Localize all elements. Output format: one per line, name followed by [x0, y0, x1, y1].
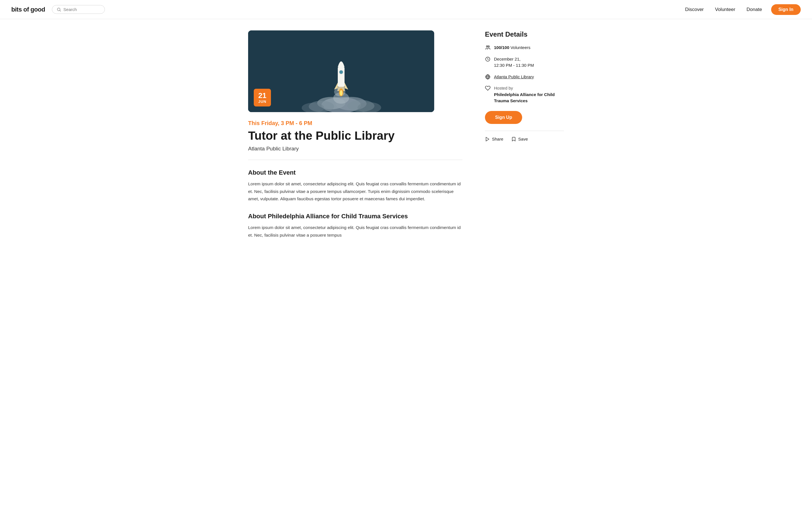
search-bar[interactable] — [52, 5, 105, 14]
event-content: 21 JUN This Friday, 3 PM - 6 PM Tutor at… — [248, 31, 462, 249]
sidebar-actions: Share Save — [485, 136, 564, 142]
venue-row: Atlanta Public Library — [485, 74, 564, 80]
org-name: Philedelphia Alliance for Child Trauma S… — [494, 92, 555, 103]
svg-point-0 — [57, 8, 60, 11]
hero-image: 21 JUN — [248, 31, 434, 112]
volunteers-icon — [485, 45, 491, 50]
venue-text[interactable]: Atlanta Public Library — [494, 74, 534, 80]
about-org-heading: About Philedelphia Alliance for Child Tr… — [248, 213, 462, 220]
search-input[interactable] — [63, 7, 100, 12]
volunteers-row: 100/100 Volunteers — [485, 45, 564, 51]
rocket-illustration — [248, 31, 434, 112]
host-text: Hosted by Philedelphia Alliance for Chil… — [494, 85, 564, 104]
volunteers-label: Volunteers — [510, 45, 530, 50]
date-badge: 21 JUN — [254, 89, 271, 107]
sidebar-title: Event Details — [485, 31, 564, 38]
hero-bg — [248, 31, 434, 112]
search-icon — [57, 7, 61, 12]
share-button[interactable]: Share — [485, 136, 503, 142]
save-button[interactable]: Save — [511, 136, 528, 142]
datetime-row: December 21, 12:30 PM - 11:30 PM — [485, 56, 564, 69]
event-time-range: 12:30 PM - 11:30 PM — [494, 63, 534, 68]
navbar: bits of good Discover Volunteer Donate S… — [0, 0, 812, 19]
main-content: 21 JUN This Friday, 3 PM - 6 PM Tutor at… — [237, 19, 575, 266]
share-label: Share — [492, 136, 503, 142]
hosted-by-label: Hosted by — [494, 86, 513, 91]
signup-button[interactable]: Sign Up — [485, 111, 522, 124]
host-row: Hosted by Philedelphia Alliance for Chil… — [485, 85, 564, 104]
heart-icon — [485, 86, 491, 91]
bookmark-icon — [511, 136, 516, 142]
date-month: JUN — [258, 100, 266, 104]
about-event-heading: About the Event — [248, 169, 462, 176]
about-event-text: Lorem ipsum dolor sit amet, consectetur … — [248, 180, 462, 203]
clock-icon — [485, 56, 491, 62]
nav-link-discover[interactable]: Discover — [685, 7, 704, 12]
datetime-text: December 21, 12:30 PM - 11:30 PM — [494, 56, 534, 69]
site-logo[interactable]: bits of good — [11, 6, 45, 13]
save-label: Save — [518, 136, 528, 142]
svg-point-19 — [488, 46, 490, 47]
sidebar-divider — [485, 131, 564, 131]
location-icon — [485, 74, 491, 80]
section-divider — [248, 160, 462, 160]
signin-button[interactable]: Sign In — [771, 4, 801, 15]
svg-marker-23 — [486, 137, 489, 141]
event-location: Atlanta Public Library — [248, 146, 462, 152]
date-day: 21 — [258, 92, 266, 100]
svg-line-1 — [60, 10, 61, 11]
event-title: Tutor at the Public Library — [248, 129, 462, 142]
event-date: December 21, — [494, 57, 520, 61]
nav-link-donate[interactable]: Donate — [747, 7, 762, 12]
nav-link-volunteer[interactable]: Volunteer — [715, 7, 735, 12]
venue-link[interactable]: Atlanta Public Library — [494, 74, 534, 79]
svg-point-17 — [340, 91, 342, 95]
share-icon — [485, 136, 490, 142]
svg-point-14 — [339, 70, 343, 74]
nav-links: Discover Volunteer Donate — [685, 7, 762, 12]
svg-point-18 — [486, 46, 488, 47]
about-org-text: Lorem ipsum dolor sit amet, consectetur … — [248, 224, 462, 239]
event-sidebar: Event Details 100/100 Volunteers Decembe… — [485, 31, 564, 249]
event-time: This Friday, 3 PM - 6 PM — [248, 120, 462, 126]
volunteers-count: 100/100 — [494, 45, 509, 50]
volunteers-text: 100/100 Volunteers — [494, 45, 530, 51]
